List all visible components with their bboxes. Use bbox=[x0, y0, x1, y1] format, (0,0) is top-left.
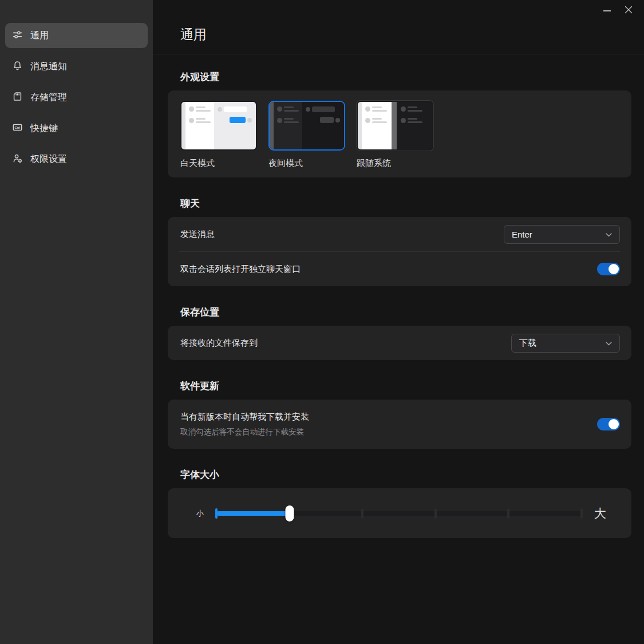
theme-label-day: 白天模式 bbox=[180, 158, 257, 168]
page-header: 通用 bbox=[153, 0, 644, 54]
sidebar-item-label: 消息通知 bbox=[30, 61, 67, 73]
save-location-value: 下载 bbox=[519, 338, 536, 349]
software-update-text: 当有新版本时自动帮我下载并安装 取消勾选后将不会自动进行下载安装 bbox=[180, 412, 309, 437]
font-size-card: 小 大 bbox=[168, 488, 631, 538]
minimize-icon bbox=[603, 10, 611, 11]
chevron-down-icon bbox=[606, 338, 612, 348]
settings-main: 通用 外观设置 bbox=[153, 0, 644, 644]
theme-option-night[interactable]: 夜间模式 bbox=[268, 101, 345, 168]
slider-tick bbox=[215, 508, 218, 519]
storage-card-icon bbox=[12, 91, 23, 104]
software-update-label: 当有新版本时自动帮我下载并安装 bbox=[180, 412, 309, 422]
theme-preview-day bbox=[180, 101, 257, 151]
slider-thumb[interactable] bbox=[285, 505, 294, 521]
slider-tick bbox=[580, 508, 583, 519]
slider-tick bbox=[507, 508, 509, 519]
software-update-toggle[interactable] bbox=[597, 418, 620, 430]
send-message-label: 发送消息 bbox=[180, 229, 215, 240]
appearance-card: 白天模式 夜间模式 bbox=[168, 90, 631, 177]
slider-tick bbox=[434, 508, 437, 519]
theme-option-system[interactable]: 跟随系统 bbox=[357, 101, 433, 168]
save-location-row: 将接收的文件保存到 下载 bbox=[168, 326, 631, 360]
sidebar-item-label: 权限设置 bbox=[30, 153, 67, 165]
save-location-card: 将接收的文件保存到 下载 bbox=[168, 326, 631, 360]
settings-window: 通用 消息通知 存储管理 bbox=[0, 0, 644, 644]
sidebar-item-notifications[interactable]: 消息通知 bbox=[5, 54, 148, 79]
font-size-slider[interactable] bbox=[216, 505, 582, 522]
send-message-value: Enter bbox=[512, 230, 532, 239]
theme-preview-night bbox=[268, 101, 345, 151]
sidebar-item-label: 存储管理 bbox=[30, 92, 67, 104]
theme-label-night: 夜间模式 bbox=[268, 158, 345, 168]
sidebar-item-storage[interactable]: 存储管理 bbox=[5, 85, 148, 110]
chat-card: 发送消息 Enter 双击会话列表打开独立聊天窗口 bbox=[168, 217, 631, 286]
close-icon bbox=[625, 6, 633, 16]
ctrl-key-icon: Ctrl bbox=[12, 122, 23, 135]
minimize-button[interactable] bbox=[598, 3, 615, 18]
sliders-icon bbox=[12, 29, 23, 42]
theme-preview-system bbox=[357, 101, 433, 151]
theme-label-system: 跟随系统 bbox=[357, 158, 433, 168]
chat-heading: 聊天 bbox=[180, 198, 631, 210]
bell-icon bbox=[12, 60, 23, 73]
close-button[interactable] bbox=[620, 3, 637, 18]
send-message-select[interactable]: Enter bbox=[504, 225, 620, 244]
svg-text:Ctrl: Ctrl bbox=[15, 125, 21, 129]
appearance-heading: 外观设置 bbox=[180, 72, 631, 83]
software-update-heading: 软件更新 bbox=[180, 381, 631, 392]
double-click-label: 双击会话列表打开独立聊天窗口 bbox=[180, 264, 301, 275]
save-location-label: 将接收的文件保存到 bbox=[180, 338, 258, 349]
software-update-description: 取消勾选后将不会自动进行下载安装 bbox=[180, 427, 309, 437]
page-title: 通用 bbox=[180, 26, 644, 42]
window-controls bbox=[598, 3, 642, 18]
sidebar-item-label: 通用 bbox=[30, 30, 49, 42]
sidebar-item-permissions[interactable]: 权限设置 bbox=[5, 147, 148, 172]
user-gear-icon bbox=[12, 153, 23, 166]
settings-sidebar: 通用 消息通知 存储管理 bbox=[0, 0, 153, 644]
sidebar-item-general[interactable]: 通用 bbox=[5, 23, 148, 48]
slider-tick bbox=[361, 508, 364, 519]
chevron-down-icon bbox=[606, 229, 612, 239]
font-size-heading: 字体大小 bbox=[180, 469, 631, 481]
sidebar-item-label: 快捷键 bbox=[30, 123, 58, 135]
double-click-toggle[interactable] bbox=[597, 263, 620, 275]
double-click-row: 双击会话列表打开独立聊天窗口 bbox=[168, 252, 631, 286]
theme-option-day[interactable]: 白天模式 bbox=[180, 101, 257, 168]
send-message-row: 发送消息 Enter bbox=[168, 217, 631, 251]
save-location-select[interactable]: 下载 bbox=[511, 334, 620, 353]
font-size-min-label: 小 bbox=[196, 508, 204, 519]
sidebar-item-shortcuts[interactable]: Ctrl 快捷键 bbox=[5, 116, 148, 141]
software-update-card: 当有新版本时自动帮我下载并安装 取消勾选后将不会自动进行下载安装 bbox=[168, 400, 631, 449]
slider-fill bbox=[216, 511, 290, 516]
save-location-heading: 保存位置 bbox=[180, 307, 631, 318]
font-size-max-label: 大 bbox=[594, 505, 606, 521]
settings-content: 外观设置 白天模式 bbox=[153, 72, 644, 538]
